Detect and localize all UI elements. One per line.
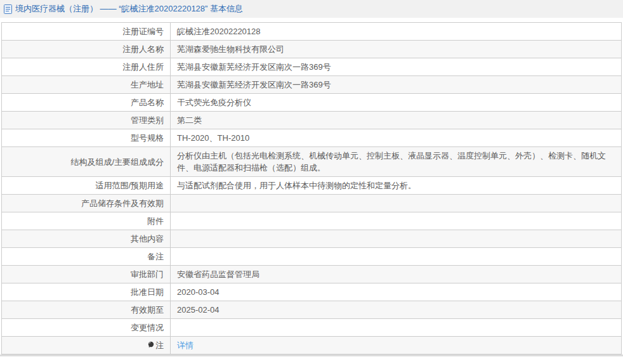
page-title: 境内医疗器械（注册） —— “皖械注准20202220128” 基本信息 — [15, 3, 243, 15]
row-label: 其他内容 — [2, 230, 171, 248]
row-label: 备注 — [2, 248, 171, 266]
row-label: 注册人住所 — [2, 58, 171, 76]
table-row-model-spec: 型号规格 TH-2020、TH-2010 — [2, 129, 622, 147]
row-value: 干式荧光免疫分析仪 — [171, 94, 622, 112]
registration-table: 注册证编号 皖械注准20202220128 注册人名称 芜湖森爱驰生物科技有限公… — [1, 22, 622, 354]
row-label: 管理类别 — [2, 112, 171, 129]
table-row-other-content: 其他内容 — [2, 230, 622, 248]
row-label: 注 — [2, 337, 171, 354]
row-value: 第二类 — [171, 112, 622, 129]
row-label: 有效期至 — [2, 301, 171, 319]
row-value: 与适配试剂配合使用，用于人体样本中待测物的定性和定量分析。 — [171, 177, 622, 195]
table-row-production-address: 生产地址 芜湖县安徽新芜经济开发区南次一路369号 — [2, 76, 622, 94]
table-row-management-category: 管理类别 第二类 — [2, 112, 622, 129]
row-value: 皖械注准20202220128 — [171, 23, 622, 41]
row-value: 2025-02-04 — [171, 301, 622, 319]
row-label: 变更情况 — [2, 319, 171, 337]
row-value: 安徽省药品监督管理局 — [171, 266, 622, 283]
row-value — [171, 230, 622, 248]
row-value: 芜湖县安徽新芜经济开发区南次一路369号 — [171, 76, 622, 94]
row-label: 批准日期 — [2, 283, 171, 301]
row-value: 芜湖县安徽新芜经济开发区南次一路369号 — [171, 58, 622, 76]
table-row-registrant-name: 注册人名称 芜湖森爱驰生物科技有限公司 — [2, 41, 622, 58]
row-value: 芜湖森爱驰生物科技有限公司 — [171, 41, 622, 58]
table-row-approval-department: 审批部门 安徽省药品监督管理局 — [2, 266, 622, 283]
row-value: TH-2020、TH-2010 — [171, 129, 622, 147]
row-label: 产品储存条件及有效期 — [2, 195, 171, 212]
note-icon — [148, 341, 154, 349]
table-row-attachments: 附件 — [2, 212, 622, 230]
row-label: 注册人名称 — [2, 41, 171, 58]
row-label: 生产地址 — [2, 76, 171, 94]
table-row-registrant-address: 注册人住所 芜湖县安徽新芜经济开发区南次一路369号 — [2, 58, 622, 76]
row-label: 适用范围/预期用途 — [2, 177, 171, 195]
row-value — [171, 195, 622, 212]
row-value: 分析仪由主机（包括光电检测系统、机械传动单元、控制主板、液晶显示器、温度控制单元… — [171, 147, 622, 177]
table-row-intended-use: 适用范围/预期用途 与适配试剂配合使用，用于人体样本中待测物的定性和定量分析。 — [2, 177, 622, 195]
table-row-valid-until: 有效期至 2025-02-04 — [2, 301, 622, 319]
table-row-approval-date: 批准日期 2020-03-04 — [2, 283, 622, 301]
table-row-product-name: 产品名称 干式荧光免疫分析仪 — [2, 94, 622, 112]
row-label: 产品名称 — [2, 94, 171, 112]
row-label: 附件 — [2, 212, 171, 230]
row-value: 2020-03-04 — [171, 283, 622, 301]
row-label: 型号规格 — [2, 129, 171, 147]
row-label: 注册证编号 — [2, 23, 171, 41]
page-header: 境内医疗器械（注册） —— “皖械注准20202220128” 基本信息 — [0, 0, 623, 18]
row-label: 审批部门 — [2, 266, 171, 283]
table-row-structure-composition: 结构及组成/主要组成成分 分析仪由主机（包括光电检测系统、机械传动单元、控制主板… — [2, 147, 622, 177]
row-value: 详情 — [171, 337, 622, 354]
bottom-divider — [0, 354, 623, 356]
row-value — [171, 248, 622, 266]
table-row-registration-number: 注册证编号 皖械注准20202220128 — [2, 23, 622, 41]
row-value — [171, 319, 622, 337]
table-row-storage-validity: 产品储存条件及有效期 — [2, 195, 622, 212]
note-label: 注 — [155, 341, 164, 350]
table-row-change-status: 变更情况 — [2, 319, 622, 337]
row-value — [171, 212, 622, 230]
table-row-remarks: 备注 — [2, 248, 622, 266]
document-icon — [4, 4, 12, 14]
table-row-note: 注 详情 — [2, 337, 622, 354]
detail-link[interactable]: 详情 — [177, 341, 193, 350]
row-label: 结构及组成/主要组成成分 — [2, 147, 171, 177]
